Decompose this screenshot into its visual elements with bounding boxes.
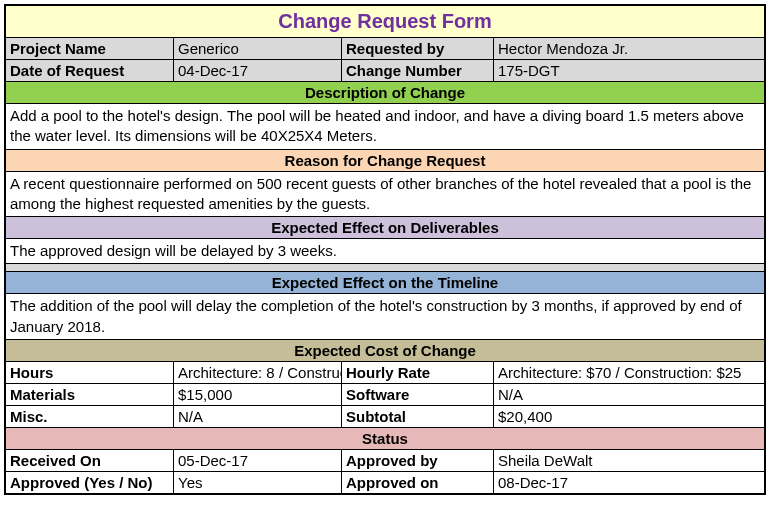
description-header: Description of Change xyxy=(6,82,764,104)
materials-value: $15,000 xyxy=(174,384,342,406)
date-of-request-value: 04-Dec-17 xyxy=(174,60,342,82)
misc-value: N/A xyxy=(174,406,342,428)
change-number-value: 175-DGT xyxy=(494,60,764,82)
cost-header: Expected Cost of Change xyxy=(6,340,764,362)
requested-by-value: Hector Mendoza Jr. xyxy=(494,38,764,60)
timeline-body: The addition of the pool will delay the … xyxy=(6,294,764,340)
approved-on-value: 08-Dec-17 xyxy=(494,472,764,493)
change-number-label: Change Number xyxy=(342,60,494,82)
approved-on-label: Approved on xyxy=(342,472,494,493)
software-label: Software xyxy=(342,384,494,406)
status-row-2: Approved (Yes / No) Yes Approved on 08-D… xyxy=(6,472,764,493)
cost-row-1: Hours Architecture: 8 / Construction Hou… xyxy=(6,362,764,384)
approved-by-value: Sheila DeWalt xyxy=(494,450,764,472)
approved-value: Yes xyxy=(174,472,342,493)
deliverables-header: Expected Effect on Deliverables xyxy=(6,217,764,239)
approved-label: Approved (Yes / No) xyxy=(6,472,174,493)
status-header: Status xyxy=(6,428,764,450)
requested-by-label: Requested by xyxy=(342,38,494,60)
reason-header: Reason for Change Request xyxy=(6,150,764,172)
description-body: Add a pool to the hotel's design. The po… xyxy=(6,104,764,150)
hourly-rate-value: Architecture: $70 / Construction: $25 xyxy=(494,362,764,384)
project-name-value: Generico xyxy=(174,38,342,60)
timeline-header: Expected Effect on the Timeline xyxy=(6,272,764,294)
hours-label: Hours xyxy=(6,362,174,384)
subtotal-value: $20,400 xyxy=(494,406,764,428)
status-row-1: Received On 05-Dec-17 Approved by Sheila… xyxy=(6,450,764,472)
received-on-label: Received On xyxy=(6,450,174,472)
project-name-label: Project Name xyxy=(6,38,174,60)
subtotal-label: Subtotal xyxy=(342,406,494,428)
approved-by-label: Approved by xyxy=(342,450,494,472)
change-request-form: Change Request Form Project Name Generic… xyxy=(4,4,766,495)
received-on-value: 05-Dec-17 xyxy=(174,450,342,472)
form-title: Change Request Form xyxy=(6,6,764,38)
hourly-rate-label: Hourly Rate xyxy=(342,362,494,384)
reason-body: A recent questionnaire performed on 500 … xyxy=(6,172,764,218)
misc-label: Misc. xyxy=(6,406,174,428)
cost-row-2: Materials $15,000 Software N/A xyxy=(6,384,764,406)
date-of-request-label: Date of Request xyxy=(6,60,174,82)
spacer xyxy=(6,264,764,272)
meta-row-2: Date of Request 04-Dec-17 Change Number … xyxy=(6,60,764,82)
hours-value: Architecture: 8 / Construction xyxy=(174,362,342,384)
deliverables-body: The approved design will be delayed by 3… xyxy=(6,239,764,264)
cost-row-3: Misc. N/A Subtotal $20,400 xyxy=(6,406,764,428)
materials-label: Materials xyxy=(6,384,174,406)
meta-row-1: Project Name Generico Requested by Hecto… xyxy=(6,38,764,60)
software-value: N/A xyxy=(494,384,764,406)
